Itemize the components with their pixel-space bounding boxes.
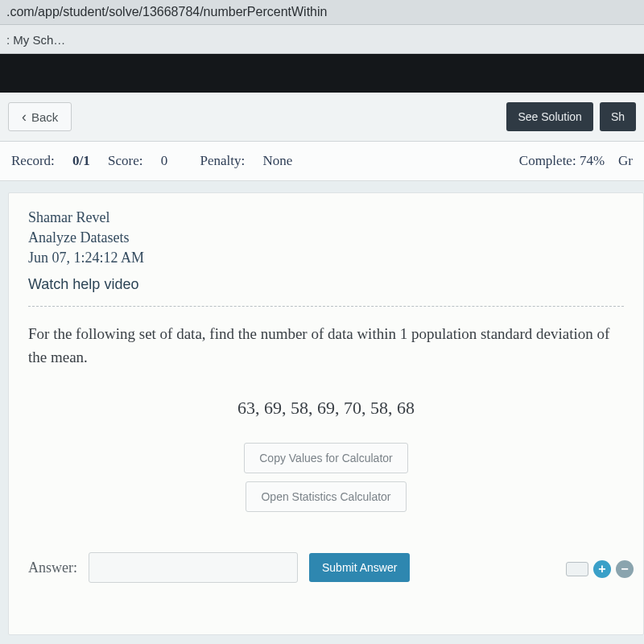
app-header-bar	[0, 54, 644, 93]
timestamp: Jun 07, 1:24:12 AM	[28, 250, 624, 266]
tab-bar[interactable]: : My Sch…	[0, 25, 644, 54]
copy-values-button[interactable]: Copy Values for Calculator	[244, 443, 407, 473]
stats-right: Complete: 74% Gr	[519, 153, 633, 169]
grade-label: Gr	[618, 153, 633, 168]
watch-help-video-link[interactable]: Watch help video	[28, 276, 138, 293]
tool-icons: + −	[566, 560, 634, 578]
nav-right-group: See Solution Sh	[506, 102, 636, 131]
zoom-in-icon[interactable]: +	[593, 560, 611, 578]
assignment-title: Analyze Datasets	[28, 229, 624, 246]
answer-input[interactable]	[89, 552, 298, 583]
open-statistics-calculator-button[interactable]: Open Statistics Calculator	[246, 481, 406, 512]
divider	[28, 306, 624, 307]
stats-row: Record: 0/1 Score: 0 Penalty: None Compl…	[0, 142, 644, 181]
answer-row: Answer: Submit Answer	[28, 552, 624, 583]
problem-prompt: For the following set of data, find the …	[28, 323, 624, 369]
penalty-group: Penalty: None	[200, 153, 308, 168]
url-text: .com/app/student/solve/13668784/numberPe…	[6, 5, 327, 19]
back-label: Back	[31, 110, 58, 124]
nav-row: ‹ Back See Solution Sh	[0, 93, 644, 142]
submit-answer-button[interactable]: Submit Answer	[309, 553, 410, 582]
tab-title: : My Sch…	[6, 33, 65, 47]
share-button[interactable]: Sh	[600, 102, 636, 131]
student-name: Shamar Revel	[28, 209, 624, 226]
zoom-out-icon[interactable]: −	[616, 560, 634, 578]
record-group: Record: 0/1	[11, 153, 93, 168]
url-bar: .com/app/student/solve/13668784/numberPe…	[0, 0, 644, 25]
score-group: Score: 0	[108, 153, 185, 168]
problem-card: Shamar Revel Analyze Datasets Jun 07, 1:…	[8, 192, 644, 635]
see-solution-button[interactable]: See Solution	[506, 102, 592, 131]
back-button[interactable]: ‹ Back	[8, 102, 72, 131]
answer-label: Answer:	[28, 559, 77, 576]
utility-buttons: Copy Values for Calculator Open Statisti…	[28, 443, 624, 512]
complete-group: Complete: 74%	[519, 153, 609, 168]
keyboard-icon[interactable]	[566, 562, 588, 576]
stats-left: Record: 0/1 Score: 0 Penalty: None	[11, 153, 321, 169]
data-values: 63, 69, 58, 69, 70, 58, 68	[28, 398, 624, 419]
chevron-left-icon: ‹	[22, 109, 27, 124]
